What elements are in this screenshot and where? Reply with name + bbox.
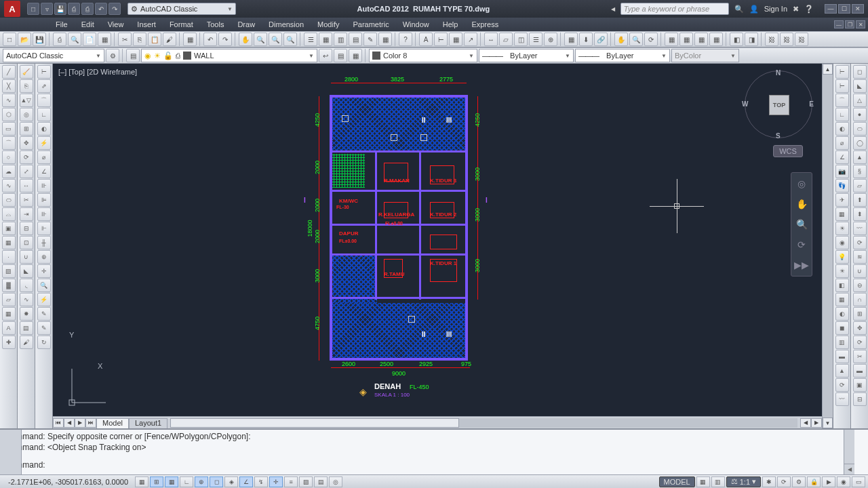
pan-icon[interactable]: ✋ (239, 33, 252, 46)
array-icon[interactable]: ⊞ (20, 122, 33, 136)
dim-arc-icon[interactable]: ⌒ (835, 94, 849, 107)
isolate-objects-icon[interactable]: ◉ (837, 476, 850, 487)
menu-express[interactable]: Express (465, 18, 505, 31)
rect-icon[interactable]: ▭ (2, 122, 16, 136)
spline-icon[interactable]: ∿ (2, 179, 16, 192)
inspect-icon[interactable]: 🔍 (37, 279, 51, 292)
subtract-icon[interactable]: ⊖ (853, 279, 867, 292)
search-icon[interactable]: 🔍 (734, 5, 744, 14)
3d-solid-icon[interactable]: ◼ (835, 321, 849, 335)
layer-iso-icon[interactable]: ▦ (349, 49, 362, 62)
mtext-icon[interactable]: A (2, 321, 16, 335)
tab-model[interactable]: Model (96, 418, 129, 429)
camera-icon[interactable]: 📷 (835, 165, 849, 178)
xref-icon[interactable]: 🔗 (594, 33, 608, 46)
dim-space-icon[interactable]: ⊩ (37, 222, 51, 235)
presspull-icon[interactable]: ⬍ (853, 207, 867, 221)
sun-icon[interactable]: ☀ (835, 264, 849, 278)
erase-icon[interactable]: 🧹 (20, 65, 33, 79)
workspace-switcher[interactable]: ⚙ AutoCAD Classic ▼ (127, 3, 236, 15)
menu-parametric[interactable]: Parametric (346, 18, 395, 31)
locate-icon[interactable]: ⊕ (544, 33, 557, 46)
showmotion-icon[interactable]: ▶▶ (793, 257, 810, 273)
insert-icon[interactable]: ⬇ (579, 33, 593, 46)
command-window[interactable]: Command: Specify opposite corner or [Fen… (0, 428, 868, 474)
loft-icon[interactable]: ≋ (853, 250, 867, 264)
sweep-icon[interactable]: 〰 (853, 222, 867, 235)
selection-cycling-icon[interactable]: ◎ (329, 476, 342, 487)
circle-icon[interactable]: ○ (2, 150, 16, 164)
paste-icon[interactable]: 📋 (148, 33, 161, 46)
sep-icon[interactable]: ⊟ (853, 392, 867, 406)
walk-icon[interactable]: 👣 (835, 179, 849, 192)
dim-ang-icon[interactable]: ∠ (835, 150, 849, 164)
chevron-left-icon[interactable]: ◀ (611, 6, 615, 12)
menu-modify[interactable]: Modify (311, 18, 346, 31)
horizontal-scrollbar[interactable] (170, 418, 797, 428)
cyl-icon[interactable]: ⬭ (853, 122, 867, 136)
steering-wheel-icon[interactable]: ◎ (793, 176, 810, 192)
copy-icon[interactable]: ⎘ (20, 79, 33, 93)
table-icon[interactable]: ▦ (2, 307, 16, 321)
toolbar-lock-icon[interactable]: 🔒 (807, 476, 821, 487)
revcloud-icon[interactable]: ☁ (2, 165, 16, 178)
ucs-icon[interactable]: YX (65, 362, 119, 411)
trim-icon[interactable]: ✂ (20, 193, 33, 207)
3d-osnap-icon[interactable]: ◈ (224, 476, 238, 487)
exchange-icon[interactable]: ✖ (793, 5, 799, 14)
wcs-badge[interactable]: WCS (773, 145, 803, 157)
ws-pan-icon[interactable]: ✋ (614, 33, 628, 46)
3dalign-icon[interactable]: ⊞ (853, 307, 867, 321)
last-tab-icon[interactable]: ⏭ (85, 418, 96, 428)
undo-icon[interactable]: ↶ (203, 33, 217, 46)
wblock-icon[interactable]: ▦ (564, 33, 578, 46)
3dmove-icon[interactable]: ✥ (853, 321, 867, 335)
ws4-icon[interactable]: ▦ (709, 33, 723, 46)
viewcube[interactable]: TOP N S E W (745, 70, 812, 138)
color-dropdown[interactable]: Color 8▼ (369, 49, 477, 62)
zoom-prev-icon[interactable]: 🔍 (283, 33, 297, 46)
dim-break-icon[interactable]: ╫ (37, 236, 51, 249)
tab-layout1[interactable]: Layout1 (129, 418, 167, 429)
ducs-icon[interactable]: ↯ (254, 476, 268, 487)
menu-window[interactable]: Window (396, 18, 436, 31)
dim-dia-icon[interactable]: ⌀ (37, 150, 51, 164)
dimupdate-icon[interactable]: ↻ (37, 336, 51, 349)
zoom-rt-icon[interactable]: 🔍 (254, 33, 267, 46)
scroll-up-icon[interactable]: ▲ (823, 64, 833, 75)
layer-state-icon[interactable]: ▤ (334, 49, 347, 62)
dim-linear-icon[interactable]: ⊢ (37, 65, 51, 79)
menu-draw[interactable]: Draw (231, 18, 262, 31)
helix-icon[interactable]: § (853, 165, 867, 178)
layer-prev-icon[interactable]: ↩ (319, 49, 332, 62)
blockeditor-icon[interactable]: ▦ (183, 33, 197, 46)
torus-icon[interactable]: ◯ (853, 136, 867, 150)
object-snap-icon[interactable]: ◻ (210, 476, 223, 487)
3drotate-icon[interactable]: ⟳ (853, 336, 867, 349)
hatch-icon[interactable]: ▨ (2, 264, 16, 278)
clean-screen-icon[interactable]: ▭ (852, 476, 865, 487)
lineweight-icon[interactable]: ≡ (284, 476, 298, 487)
blend-icon[interactable]: ∿ (20, 293, 33, 306)
viewport-label[interactable]: [–] [Top] [2D Wireframe] (58, 68, 137, 76)
menu-view[interactable]: View (101, 18, 131, 31)
workspace-settings-icon[interactable]: ⚙ (106, 49, 119, 62)
quickcalc-icon[interactable]: ▦ (378, 33, 392, 46)
grid-display-icon[interactable]: ▦ (165, 476, 178, 487)
dimedit-icon[interactable]: ✎ (37, 307, 51, 321)
cone-icon[interactable]: △ (853, 94, 867, 107)
ellipsearc-icon[interactable]: ⌓ (2, 207, 16, 221)
menu-dimension[interactable]: Dimension (262, 18, 311, 31)
minimize-button[interactable]: — (825, 4, 837, 14)
xline-icon[interactable]: ╳ (2, 79, 16, 93)
stretch-icon[interactable]: ↔ (20, 179, 33, 192)
rotate-icon[interactable]: ⟳ (20, 150, 33, 164)
workspace-switching-icon[interactable]: ⚙ (792, 476, 806, 487)
list-icon[interactable]: ☰ (529, 33, 542, 46)
close-button[interactable]: ✕ (852, 4, 864, 14)
orbit-icon[interactable]: ⟳ (793, 237, 810, 253)
hardware-accel-icon[interactable]: ▶ (822, 476, 835, 487)
center-icon[interactable]: ✛ (37, 264, 51, 278)
open-icon[interactable]: ▿ (41, 3, 53, 15)
saveas-icon[interactable]: ⎙ (68, 3, 80, 15)
